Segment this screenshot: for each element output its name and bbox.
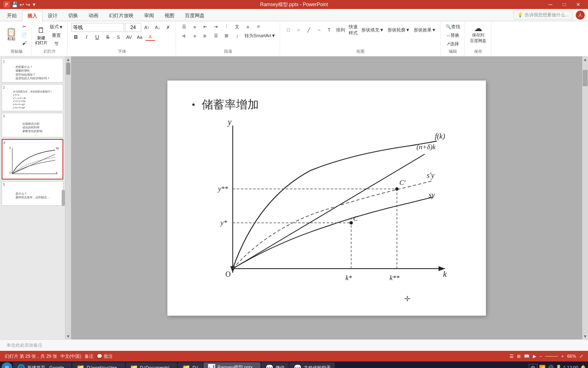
bullets-button[interactable]: ☰ bbox=[179, 23, 189, 31]
start-button[interactable]: ⊞ bbox=[2, 362, 12, 368]
taskbar-filetransfer[interactable]: 💬 文件传输助手 bbox=[290, 362, 335, 368]
shapes-button[interactable]: □ bbox=[283, 26, 293, 34]
shape-outline-button[interactable]: 形状轮廓▼ bbox=[386, 26, 412, 34]
right-scrollbar[interactable]: ▲ ▼ bbox=[582, 56, 588, 339]
scroll-thumb-panel[interactable] bbox=[66, 63, 70, 75]
columns-button[interactable]: ⊞ bbox=[222, 32, 232, 40]
format-painter-button[interactable]: 🖌 bbox=[19, 39, 29, 47]
taskbar-explorer1[interactable]: 📁 D:\work\ruc\tea... bbox=[72, 362, 125, 368]
tab-transition[interactable]: 切换 bbox=[63, 10, 83, 21]
user-account[interactable]: 人 bbox=[576, 11, 585, 20]
presenter-btn[interactable]: ▶ bbox=[533, 354, 536, 359]
smartart-button[interactable]: ⚛ bbox=[254, 23, 263, 31]
normal-view-btn[interactable]: ☰ bbox=[510, 354, 514, 359]
tell-me-input[interactable]: 💡 告诉我您想要做什么... bbox=[514, 11, 572, 20]
notes-area[interactable]: 单击此处添加备注 bbox=[0, 339, 588, 351]
baidu-save-button[interactable]: ☁ 保存到百度网盘 bbox=[468, 23, 488, 45]
keyboard-layout[interactable]: 中 bbox=[529, 364, 537, 368]
network-icon[interactable]: 📶 bbox=[539, 365, 546, 368]
align-right-button[interactable]: ⫸ bbox=[200, 32, 210, 40]
notification-btn[interactable]: 🔔 bbox=[580, 365, 586, 368]
font-size-input[interactable] bbox=[125, 23, 141, 32]
scroll-up-arrow[interactable]: ▲ bbox=[66, 57, 70, 62]
battery-icon[interactable]: 🔋 bbox=[555, 365, 562, 368]
tab-design[interactable]: 设计 bbox=[42, 10, 63, 21]
quick-access-redo[interactable]: ↪ bbox=[26, 2, 30, 8]
quick-styles-button[interactable]: 快速样式 bbox=[347, 23, 359, 37]
slide-sorter-btn[interactable]: ⊞ bbox=[517, 354, 521, 359]
select-button[interactable]: ↗ 选择 bbox=[445, 40, 461, 48]
scroll-thumb-right[interactable] bbox=[583, 70, 588, 86]
layout-button[interactable]: 版式▼ bbox=[48, 23, 65, 31]
scroll-handle[interactable] bbox=[62, 190, 65, 206]
comments-btn[interactable]: 💬 批注 bbox=[97, 353, 113, 359]
slide-thumb-5[interactable]: 5 是什么？ 最终状态条件，达到稳态... bbox=[2, 181, 63, 206]
clear-format-button[interactable]: ✗ bbox=[163, 24, 173, 31]
volume-icon[interactable]: 🔊 bbox=[547, 365, 554, 368]
align-center-button[interactable]: ≡ bbox=[190, 32, 200, 40]
text-direction-button[interactable]: 文 bbox=[232, 23, 242, 31]
decrease-font-button[interactable]: A↓ bbox=[153, 24, 163, 31]
new-slide-button[interactable]: 🗒 bbox=[36, 25, 47, 36]
reset-button[interactable]: 重置 bbox=[48, 31, 65, 39]
line-spacing-button[interactable]: ↕ bbox=[232, 32, 242, 40]
case-button[interactable]: Aa bbox=[135, 34, 145, 41]
tab-baidu[interactable]: 百度网盘 bbox=[180, 10, 210, 21]
numbering-button[interactable]: ≡ bbox=[190, 23, 200, 31]
taskbar-chrome[interactable]: 🌐 新建签页 - Google... bbox=[13, 362, 71, 368]
taskbar-explorer2[interactable]: 📁 D:\Documents\... bbox=[126, 362, 178, 368]
column-button[interactable]: ⋮ bbox=[222, 23, 232, 31]
quick-access-undo[interactable]: ↩ bbox=[20, 2, 24, 8]
tab-view[interactable]: 视图 bbox=[159, 10, 180, 21]
search-button[interactable]: 🔍 查找 bbox=[444, 23, 462, 31]
system-tray-show[interactable]: ^ bbox=[564, 366, 566, 368]
taskbar-pptx[interactable]: 📊 Ramsey模型.pptx... bbox=[203, 362, 261, 368]
paste-button[interactable]: 📋 粘贴 bbox=[4, 26, 18, 44]
tab-slideshow[interactable]: 幻灯片放映 bbox=[104, 10, 139, 21]
justify-button[interactable]: ☰ bbox=[211, 32, 221, 40]
font-color-button[interactable]: A bbox=[145, 34, 155, 41]
shadow-button[interactable]: S bbox=[114, 34, 123, 41]
strikethrough-button[interactable]: S bbox=[103, 34, 113, 41]
tab-review[interactable]: 审阅 bbox=[139, 10, 159, 21]
scroll-down-btn[interactable]: ▼ bbox=[583, 334, 587, 339]
cut-button[interactable]: ✂ bbox=[19, 23, 29, 30]
restore-button[interactable]: □ bbox=[558, 1, 571, 8]
decrease-indent-button[interactable]: ⇤ bbox=[200, 23, 210, 31]
text-align-button[interactable]: ≡ bbox=[243, 23, 253, 31]
copy-button[interactable]: 📄 bbox=[19, 31, 29, 38]
scroll-down-arrow[interactable]: ▼ bbox=[66, 334, 70, 339]
line-button[interactable]: ╱ bbox=[304, 26, 314, 34]
spacing-button[interactable]: AV bbox=[124, 34, 134, 41]
tab-insert[interactable]: 插入 bbox=[22, 11, 42, 21]
slide-thumb-2[interactable]: 2 在当国家合作，有些国家会聚集吗？ y=k^a y*=+s-k*+δk y*=… bbox=[2, 84, 63, 111]
notes-btn[interactable]: 备注 bbox=[85, 353, 94, 359]
oval-button[interactable]: ○ bbox=[294, 26, 303, 34]
quick-access-save[interactable]: 💾 bbox=[11, 2, 18, 8]
italic-button[interactable]: I bbox=[82, 33, 91, 41]
close-button[interactable]: ✕ bbox=[572, 1, 585, 8]
replace-button[interactable]: ↔ 替换 bbox=[444, 31, 461, 39]
section-button[interactable]: 节 bbox=[48, 40, 65, 48]
reading-view-btn[interactable]: 📖 bbox=[524, 354, 530, 359]
slide-thumb-3[interactable]: 3 比较静态分析 优化的利利率 参数变化的影响 bbox=[2, 113, 63, 137]
bold-button[interactable]: B bbox=[71, 33, 81, 41]
increase-indent-button[interactable]: ⇥ bbox=[211, 23, 221, 31]
taskbar-wechat[interactable]: 💬 微信 bbox=[261, 362, 289, 368]
panel-scrollbar[interactable]: ▲ ▼ bbox=[65, 56, 71, 339]
textbox-button[interactable]: T bbox=[324, 26, 334, 34]
arrow-button[interactable]: → bbox=[314, 26, 324, 34]
increase-font-button[interactable]: A↑ bbox=[142, 24, 152, 31]
zoom-out-btn[interactable]: − bbox=[539, 354, 542, 359]
underline-button[interactable]: U bbox=[92, 33, 102, 41]
smartart2-button[interactable]: 转为SmartArt▼ bbox=[243, 32, 277, 40]
fit-btn[interactable]: ⤢ bbox=[579, 354, 583, 359]
slide-thumb-1[interactable]: 1 您想要什么？ 储蓄的增长 货币供给增加？ 改变性的人均经济增长吗？ bbox=[2, 58, 63, 83]
tab-animation[interactable]: 动画 bbox=[83, 10, 104, 21]
zoom-slider[interactable]: ──── bbox=[545, 354, 558, 359]
zoom-in-btn[interactable]: + bbox=[561, 354, 564, 359]
arrange-button[interactable]: 排列 bbox=[334, 26, 347, 34]
taskbar-explorer3[interactable]: 📁 D:\ bbox=[178, 362, 202, 368]
shape-fill-button[interactable]: 形状填充▼ bbox=[360, 26, 385, 34]
tab-home[interactable]: 开始 bbox=[2, 10, 22, 21]
